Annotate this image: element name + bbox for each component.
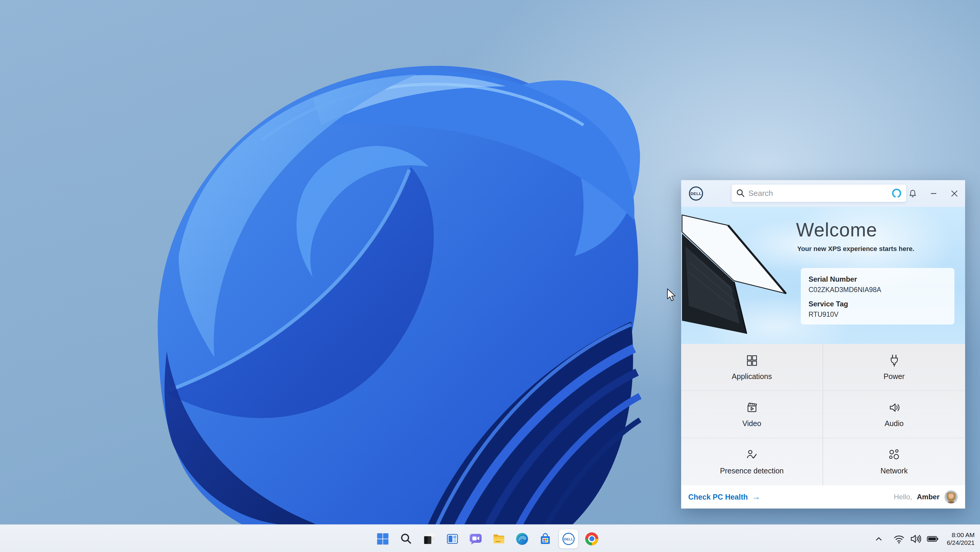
window-controls — [907, 180, 960, 207]
wifi-icon — [893, 534, 905, 544]
settings-tile-grid: Applications Power Video — [681, 344, 965, 485]
clock-date: 6/24/2021 — [947, 539, 975, 547]
welcome-subtitle: Your new XPS experience starts here. — [797, 245, 914, 253]
serial-number-value: C02ZKAD3MD6NIA98A — [808, 286, 947, 294]
edge-button[interactable] — [512, 530, 532, 549]
tile-power[interactable]: Power — [823, 344, 965, 391]
store-button[interactable] — [536, 530, 555, 549]
search-input[interactable] — [748, 189, 891, 198]
check-pc-health-link[interactable]: Check PC Health → — [688, 493, 760, 501]
task-view-icon — [423, 533, 436, 545]
window-header: DELL — [681, 180, 965, 207]
xps-laptop-image — [681, 207, 806, 344]
arrow-right-icon: → — [752, 493, 760, 501]
dell-app-button[interactable]: DELL — [559, 530, 578, 549]
tile-label: Audio — [885, 419, 904, 428]
power-plug-icon — [888, 354, 901, 367]
check-pc-health-label: Check PC Health — [688, 493, 748, 501]
svg-text:DELL: DELL — [564, 537, 573, 541]
tile-audio[interactable]: Audio — [823, 391, 965, 438]
hidden-icons-button[interactable] — [874, 535, 883, 543]
start-button[interactable] — [373, 530, 392, 549]
system-tray: 8:00 AM 6/24/2021 — [874, 525, 980, 552]
chat-button[interactable] — [466, 530, 485, 549]
widgets-button[interactable] — [443, 530, 462, 549]
close-button[interactable] — [948, 188, 960, 199]
applications-grid-icon — [745, 354, 759, 367]
tile-label: Power — [883, 372, 905, 381]
chevron-up-icon — [874, 535, 883, 543]
wifi-button[interactable] — [893, 534, 905, 544]
taskbar: DELL — [0, 524, 980, 552]
file-explorer-button[interactable] — [489, 530, 509, 549]
widgets-icon — [446, 533, 459, 545]
video-clapper-icon — [745, 401, 759, 414]
service-tag-value: RTU910V — [808, 310, 947, 318]
taskbar-icons: DELL — [373, 525, 601, 552]
search-icon — [736, 189, 745, 198]
edge-icon — [515, 532, 529, 546]
battery-button[interactable] — [927, 535, 939, 543]
tile-label: Network — [881, 466, 908, 475]
windows-start-icon — [377, 533, 389, 545]
volume-button[interactable] — [910, 534, 921, 544]
greeting-prefix: Hello, — [894, 493, 912, 501]
welcome-title: Welcome — [796, 219, 877, 241]
tile-label: Video — [743, 419, 762, 428]
bell-icon — [908, 189, 917, 198]
serial-number-label: Serial Number — [808, 275, 947, 283]
search-icon — [400, 533, 412, 545]
window-footer: Check PC Health → Hello, Amber — [681, 485, 965, 509]
search-bar[interactable] — [732, 185, 906, 202]
tile-applications[interactable]: Applications — [681, 344, 823, 391]
file-explorer-icon — [492, 532, 506, 546]
tile-presence-detection[interactable]: Presence detection — [681, 438, 823, 485]
battery-icon — [927, 535, 939, 543]
volume-icon — [910, 534, 921, 544]
taskbar-search-button[interactable] — [396, 530, 415, 549]
mouse-cursor — [666, 288, 679, 302]
dell-icon: DELL — [562, 532, 576, 546]
tile-video[interactable]: Video — [681, 391, 823, 438]
audio-speaker-icon — [888, 401, 901, 414]
tile-label: Applications — [732, 372, 772, 381]
minimize-button[interactable] — [928, 188, 940, 199]
presence-detection-icon — [745, 448, 759, 462]
teams-chat-icon — [469, 532, 482, 546]
dell-logo-icon: DELL — [688, 186, 704, 201]
service-tag-label: Service Tag — [808, 300, 947, 308]
clock[interactable]: 8:00 AM 6/24/2021 — [947, 531, 975, 547]
clock-time: 8:00 AM — [947, 531, 975, 539]
notifications-bell-button[interactable] — [907, 188, 919, 199]
chrome-icon — [585, 532, 598, 546]
microsoft-store-icon — [539, 532, 552, 546]
network-nodes-icon — [888, 448, 901, 462]
device-id-card: Serial Number C02ZKAD3MD6NIA98A Service … — [801, 268, 955, 325]
minimize-icon — [929, 189, 938, 198]
svg-text:DELL: DELL — [690, 191, 702, 196]
close-icon — [950, 189, 959, 198]
chrome-button[interactable] — [582, 530, 601, 549]
user-name: Amber — [917, 493, 940, 501]
tile-label: Presence detection — [720, 466, 784, 475]
user-greeting: Hello, Amber — [894, 490, 958, 504]
task-view-button[interactable] — [420, 530, 439, 549]
tile-network[interactable]: Network — [823, 438, 965, 485]
dell-app-window: DELL — [681, 180, 965, 509]
avatar[interactable] — [944, 490, 958, 504]
alexa-ring-icon[interactable] — [891, 188, 902, 199]
welcome-hero: Welcome Your new XPS experience starts h… — [681, 207, 965, 344]
